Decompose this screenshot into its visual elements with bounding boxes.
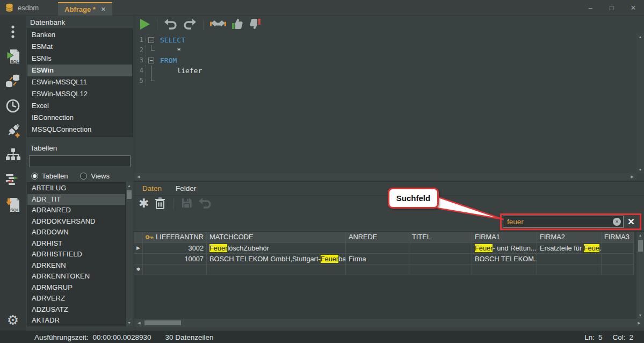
row-marker-none[interactable] <box>134 254 143 265</box>
grid-vscrollbar[interactable]: ▲ ▼ <box>636 232 644 319</box>
database-item-esmat[interactable]: ESMat <box>27 41 132 53</box>
fold-collapse-icon[interactable]: − <box>148 37 154 43</box>
scroll-down-icon[interactable]: ▼ <box>127 319 131 326</box>
table-filter-input[interactable] <box>29 155 131 167</box>
tables-scrollbar[interactable]: ▲ ▼ <box>126 182 133 326</box>
grid-cell[interactable]: 10007 <box>143 254 207 265</box>
database-item-eswin-mssql11[interactable]: ESWin-MSSQL11 <box>27 76 132 88</box>
fold-column[interactable]: − <box>146 35 156 45</box>
column-header-firma2[interactable]: FIRMA2 <box>537 232 602 243</box>
grid-row[interactable]: ▶3002FeuerlöschZubehörFeuer- und Rettun.… <box>134 243 636 254</box>
grid-cell[interactable] <box>143 265 207 275</box>
table-item-adr_tit[interactable]: ADR_TIT <box>27 194 125 205</box>
grid-cell[interactable] <box>537 254 602 265</box>
grid-cell[interactable] <box>472 265 537 275</box>
minimize-button[interactable]: – <box>580 4 601 12</box>
grid-cell[interactable] <box>346 265 409 275</box>
database-item-banken[interactable]: Banken <box>27 29 132 41</box>
fold-column[interactable] <box>146 76 156 86</box>
database-item-esnis[interactable]: ESNIs <box>27 53 132 65</box>
fold-column[interactable] <box>146 66 156 76</box>
grid-cell[interactable] <box>409 243 472 254</box>
column-header-matchcode[interactable]: MATCHCODE <box>207 232 346 243</box>
scroll-up-icon[interactable]: ▲ <box>127 182 131 189</box>
scroll-down-icon[interactable]: ▼ <box>639 312 642 319</box>
table-item-adrkenn[interactable]: ADRKENN <box>27 260 125 271</box>
table-item-adrdown[interactable]: ADRDOWN <box>27 227 125 238</box>
settings-gear-icon[interactable]: ⚙ <box>0 309 26 331</box>
fold-column[interactable]: − <box>146 55 156 66</box>
grid-cell[interactable]: Firma <box>346 254 409 265</box>
column-header-firma3[interactable]: FIRMA3 <box>602 232 634 243</box>
table-item-aktiadgr[interactable]: AKTIADGR <box>27 326 125 327</box>
grid-cell[interactable]: 3002 <box>143 243 207 254</box>
grid-cell[interactable]: Feuer- und Rettun... <box>472 243 537 254</box>
grid-cell[interactable]: BOSCH TELEKOM GmbH,Stuttgart-Feuerbach <box>207 254 346 265</box>
code-line-4[interactable]: 4 liefer <box>134 66 636 76</box>
scroll-up-icon[interactable]: ▲ <box>639 33 642 40</box>
scroll-thumb[interactable] <box>144 320 181 325</box>
grid-cell[interactable] <box>409 254 472 265</box>
tab-close-icon[interactable]: ✕ <box>101 6 106 13</box>
table-item-adranred[interactable]: ADRANRED <box>27 205 125 216</box>
scroll-left-icon[interactable]: ◀ <box>135 175 142 179</box>
redo-button[interactable] <box>183 18 197 31</box>
table-item-aktadr[interactable]: AKTADR <box>27 315 125 326</box>
table-item-adrdokversand[interactable]: ADRDOKVERSAND <box>27 216 125 227</box>
grid-hscrollbar[interactable]: ◀ ▶ <box>134 319 644 327</box>
editor-vscrollbar[interactable]: ▲ ▼ <box>636 33 644 173</box>
delete-row-button[interactable] <box>154 197 166 211</box>
connection-plug-icon[interactable] <box>0 118 26 143</box>
code-line-2[interactable]: 2 * <box>134 45 636 55</box>
scroll-thumb[interactable] <box>638 240 643 252</box>
save-button[interactable] <box>180 197 193 211</box>
maximize-button[interactable]: □ <box>601 4 623 12</box>
database-item-excel[interactable]: Excel <box>27 100 132 112</box>
editor-hscrollbar[interactable]: ◀ ▶ <box>134 173 636 181</box>
tab-felder[interactable]: Felder <box>176 184 196 192</box>
close-search-icon[interactable]: ✕ <box>624 217 639 227</box>
run-query-button[interactable] <box>140 18 150 32</box>
row-marker-new[interactable]: ✱ <box>134 265 143 275</box>
column-header-anrede[interactable]: ANREDE <box>346 232 409 243</box>
scroll-right-icon[interactable]: ▶ <box>629 175 635 179</box>
new-row-button[interactable]: ✱ <box>139 197 149 210</box>
scroll-down-icon[interactable]: ▼ <box>639 166 642 173</box>
database-item-ibconnection[interactable]: IBConnection <box>27 112 132 124</box>
grid-cell[interactable] <box>602 265 634 275</box>
handshake-icon[interactable] <box>210 19 226 31</box>
table-item-adrkenntoken[interactable]: ADRKENNTOKEN <box>27 271 125 282</box>
scroll-left-icon[interactable]: ◀ <box>136 321 142 325</box>
column-header-firma1[interactable]: FIRMA1 <box>472 232 537 243</box>
row-marker-current[interactable]: ▶ <box>134 243 143 254</box>
grid-cell[interactable] <box>602 254 634 265</box>
grid-cell[interactable]: FeuerlöschZubehör <box>207 243 346 254</box>
clear-search-icon[interactable]: ✕ <box>613 218 621 226</box>
revert-button[interactable] <box>198 197 212 210</box>
database-item-eswin-mssql12[interactable]: ESWin-MSSQL12 <box>27 88 132 100</box>
grid-cell[interactable] <box>207 265 346 275</box>
column-header-titel[interactable]: TITEL <box>409 232 472 243</box>
table-item-adrverz[interactable]: ADRVERZ <box>27 293 125 304</box>
table-item-adrhist[interactable]: ADRHIST <box>27 238 125 249</box>
thumbs-up-icon[interactable] <box>231 18 244 32</box>
fold-column[interactable] <box>146 45 156 55</box>
menu-dots-icon[interactable] <box>0 19 26 44</box>
close-button[interactable]: ✕ <box>623 4 644 12</box>
table-item-adrmgrup[interactable]: ADRMGRUP <box>27 282 125 294</box>
table-item-adrhistfield[interactable]: ADRHISTFIELD <box>27 249 125 260</box>
grid-cell[interactable] <box>409 265 472 275</box>
sql-editor[interactable]: 1−SELECT2 *3−FROM4 liefer5 ▲ ▼ ◀ ▶ <box>134 33 644 182</box>
database-transfer-icon[interactable] <box>0 69 26 94</box>
code-line-5[interactable]: 5 <box>134 76 636 86</box>
code-area[interactable]: 1−SELECT2 *3−FROM4 liefer5 <box>134 33 636 173</box>
code-line-1[interactable]: 1−SELECT <box>134 35 636 45</box>
grid-cell[interactable]: Ersatzteile für Feue... <box>537 243 602 254</box>
grid-cell[interactable] <box>537 265 602 275</box>
grid-cell[interactable] <box>602 243 634 254</box>
database-item-eswin[interactable]: ESWin <box>27 65 132 76</box>
scroll-thumb[interactable] <box>127 190 132 199</box>
tab-daten[interactable]: Daten <box>142 184 162 192</box>
grid-row[interactable]: 10007BOSCH TELEKOM GmbH,Stuttgart-Feuerb… <box>134 254 636 265</box>
scroll-right-icon[interactable]: ▶ <box>636 321 642 325</box>
